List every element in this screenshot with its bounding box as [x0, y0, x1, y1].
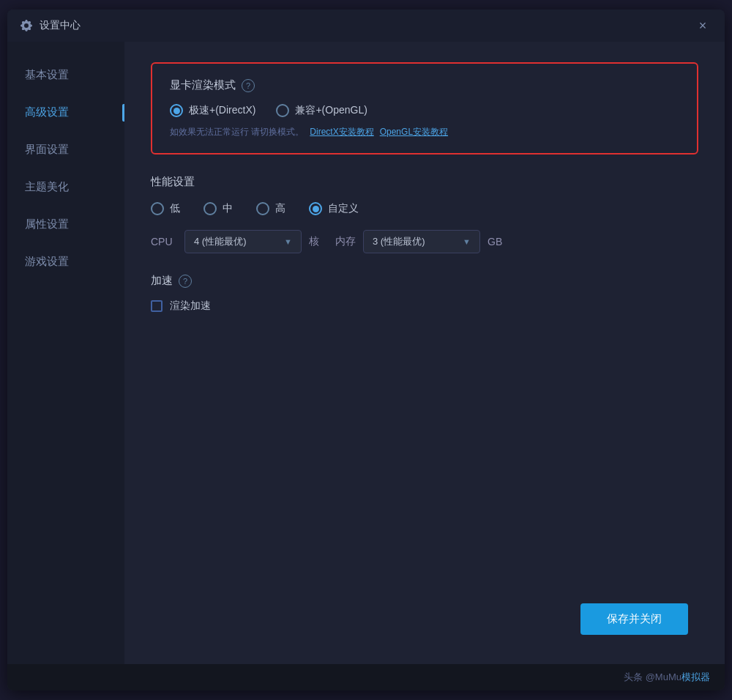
- footer-brand: 模拟器: [681, 671, 710, 684]
- gpu-help-icon[interactable]: ?: [242, 79, 255, 92]
- render-accel-label: 渲染加速: [170, 299, 211, 313]
- cpu-dropdown-arrow: ▼: [284, 237, 292, 246]
- content-area: 显卡渲染模式 ? 极速+(DirectX) 兼容+(OpenGL) 如效果无法正…: [124, 42, 725, 664]
- perf-custom-radio[interactable]: 自定义: [309, 202, 359, 215]
- sidebar-item-theme[interactable]: 主题美化: [7, 168, 124, 206]
- warning-text: 如效果无法正常运行 请切换模式。: [170, 126, 304, 138]
- perf-title: 性能设置: [151, 175, 698, 189]
- opengl-link[interactable]: OpenGL安装教程: [380, 126, 448, 138]
- title-bar: 设置中心 ×: [7, 10, 725, 42]
- gpu-section-title: 显卡渲染模式 ?: [170, 78, 679, 92]
- sidebar-item-advanced[interactable]: 高级设置: [7, 94, 124, 131]
- opengl-radio-label: 兼容+(OpenGL): [295, 104, 367, 117]
- perf-low-label: 低: [170, 202, 180, 215]
- perf-high-circle: [256, 202, 269, 215]
- render-accel-box: [151, 300, 163, 312]
- mem-dropdown-value: 3 (性能最优): [373, 235, 425, 248]
- perf-section: 性能设置 低 中 高 自定义: [151, 175, 698, 253]
- sidebar-item-game[interactable]: 游戏设置: [7, 243, 124, 280]
- gpu-render-section: 显卡渲染模式 ? 极速+(DirectX) 兼容+(OpenGL) 如效果无法正…: [151, 62, 698, 154]
- directx-radio-circle: [170, 104, 183, 117]
- cpu-label: CPU: [151, 236, 177, 247]
- perf-low-circle: [151, 202, 164, 215]
- directx-radio[interactable]: 极速+(DirectX): [170, 104, 255, 117]
- perf-mid-circle: [203, 202, 217, 215]
- sidebar-item-basic[interactable]: 基本设置: [7, 56, 124, 94]
- mem-dropdown[interactable]: 3 (性能最优) ▼: [363, 230, 480, 253]
- directx-link[interactable]: DirectX安装教程: [310, 126, 373, 138]
- perf-high-label: 高: [275, 202, 285, 215]
- opengl-radio[interactable]: 兼容+(OpenGL): [276, 104, 367, 117]
- title-bar-label: 设置中心: [40, 19, 81, 32]
- sidebar-item-props[interactable]: 属性设置: [7, 206, 124, 243]
- perf-radio-group: 低 中 高 自定义: [151, 202, 698, 215]
- perf-mid-radio[interactable]: 中: [203, 202, 233, 215]
- accel-title: 加速 ?: [151, 274, 698, 288]
- sidebar-item-interface[interactable]: 界面设置: [7, 131, 124, 168]
- save-btn-row: 保存并关闭: [580, 603, 688, 635]
- cpu-dropdown[interactable]: 4 (性能最优) ▼: [184, 230, 302, 253]
- accel-help-icon[interactable]: ?: [179, 275, 192, 288]
- save-button[interactable]: 保存并关闭: [580, 603, 688, 635]
- footer-bar: 头条 @MuMu 模拟器: [7, 664, 725, 690]
- cpu-dropdown-value: 4 (性能最优): [194, 235, 247, 248]
- perf-low-radio[interactable]: 低: [151, 202, 180, 215]
- perf-custom-label: 自定义: [328, 202, 359, 215]
- mem-dropdown-arrow: ▼: [463, 237, 471, 246]
- perf-mid-label: 中: [223, 202, 233, 215]
- close-button[interactable]: ×: [692, 15, 713, 36]
- directx-radio-label: 极速+(DirectX): [189, 104, 255, 117]
- opengl-radio-circle: [276, 104, 289, 117]
- perf-high-radio[interactable]: 高: [256, 202, 285, 215]
- accel-section: 加速 ? 渲染加速: [151, 274, 698, 313]
- settings-icon: [19, 18, 34, 33]
- mem-unit: GB: [488, 236, 502, 247]
- sidebar: 基本设置 高级设置 界面设置 主题美化 属性设置 游戏设置: [7, 42, 124, 664]
- render-accel-checkbox[interactable]: 渲染加速: [151, 299, 698, 313]
- gpu-radio-group: 极速+(DirectX) 兼容+(OpenGL): [170, 104, 679, 117]
- cpu-unit: 核: [309, 235, 319, 248]
- perf-custom-circle: [309, 202, 322, 215]
- cpu-mem-row: CPU 4 (性能最优) ▼ 核 内存 3 (性能最优) ▼ GB: [151, 230, 698, 253]
- warning-row: 如效果无法正常运行 请切换模式。 DirectX安装教程 OpenGL安装教程: [170, 126, 679, 138]
- mem-label: 内存: [335, 235, 356, 248]
- footer-prefix: 头条 @MuMu: [624, 671, 681, 684]
